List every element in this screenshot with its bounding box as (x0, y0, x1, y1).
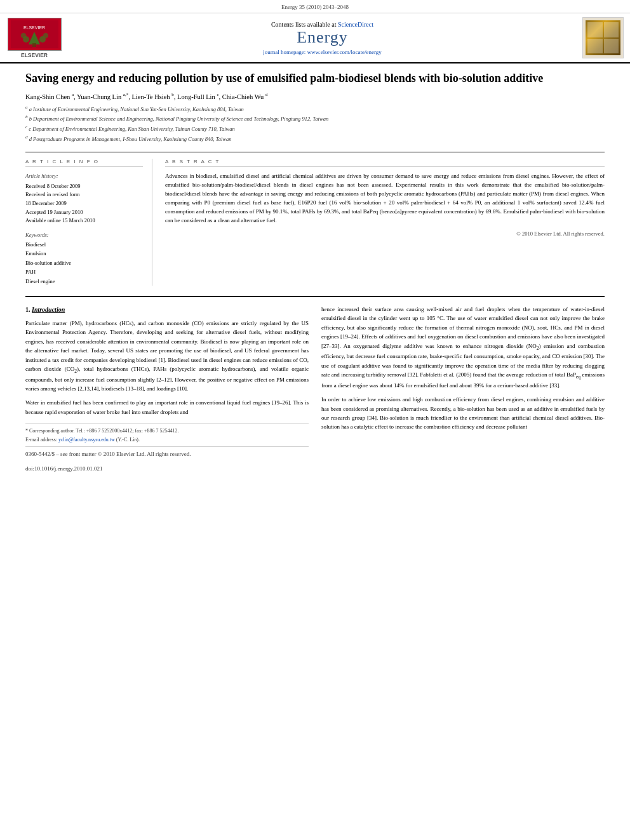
body-column-left: 1. Introduction Particulate matter (PM),… (25, 305, 309, 478)
intro-col2-para-2: In order to achieve low emissions and hi… (321, 395, 605, 432)
abstract-column: A B S T R A C T Advances in biodiesel, e… (165, 159, 605, 286)
elsevier-logo-svg: ELSEVIER (11, 20, 58, 48)
affiliation-a-text: a Institute of Environmental Engineering… (29, 106, 244, 112)
affiliation-d-text: d Postgraduate Programs in Management, I… (29, 135, 232, 142)
history-revised-date: 18 December 2009 (25, 199, 143, 208)
elsevier-logo-area: ELSEVIER ELSEVIER (6, 18, 62, 58)
issn-text: 0360-5442/$ – see front matter © 2010 El… (25, 450, 309, 458)
affiliation-d: d d Postgraduate Programs in Management,… (25, 134, 605, 143)
history-online: Available online 15 March 2010 (25, 217, 143, 225)
svg-rect-3 (32, 43, 36, 47)
article-content: Saving energy and reducing pollution by … (0, 63, 630, 491)
journal-homepage: journal homepage: www.elsevier.com/locat… (69, 49, 576, 55)
intro-para-1: Particulate matter (PM), hydrocarbons (H… (25, 319, 309, 394)
citation-text: Energy 35 (2010) 2043–2048 (281, 4, 349, 10)
affiliation-b: b b Department of Environmental Science … (25, 114, 605, 123)
authors-line: Kang-Shin Chen a, Yuan-Chung Lin a,*, Li… (25, 92, 605, 100)
history-label: Article history: (25, 172, 143, 181)
science-direct-link[interactable]: ScienceDirect (338, 21, 373, 28)
homepage-label: journal homepage: (263, 49, 305, 55)
svg-point-6 (21, 33, 26, 38)
history-revised-label: Received in revised form (25, 190, 143, 199)
svg-text:ELSEVIER: ELSEVIER (23, 25, 44, 30)
section-1-heading: 1. Introduction (25, 305, 309, 315)
abstract-text: Advances in biodiesel, emulsified diesel… (165, 172, 605, 225)
footnote-corresponding: * Corresponding author. Tel.: +886 7 525… (25, 427, 309, 435)
intro-col2-para-1: hence increased their surface area causi… (321, 305, 605, 390)
homepage-url[interactable]: www.elsevier.com/locate/energy (307, 49, 382, 55)
footnote-area: * Corresponding author. Tel.: +886 7 525… (25, 423, 309, 444)
keyword-3: Bio-solution additive (25, 258, 143, 267)
section-number: 1. (25, 306, 30, 313)
abstract-heading: A B S T R A C T (165, 159, 605, 167)
thumb-cell-1 (587, 22, 603, 37)
history-accepted: Accepted 19 January 2010 (25, 208, 143, 217)
article-title: Saving energy and reducing pollution by … (25, 71, 605, 86)
affiliation-b-text: b Department of Environmental Science an… (29, 116, 328, 122)
keyword-4: PAH (25, 267, 143, 276)
article-info-abstract: A R T I C L E I N F O Article history: R… (25, 152, 605, 286)
science-direct-label: Contents lists available at (271, 21, 336, 28)
elsevier-label: ELSEVIER (21, 52, 48, 58)
intro-para-2: Water in emulsified fuel has been confir… (25, 398, 309, 417)
journal-thumb-inner (586, 20, 620, 55)
journal-center: Contents lists available at ScienceDirec… (69, 21, 576, 55)
elsevier-logo-image: ELSEVIER (8, 18, 62, 51)
thumb-cell-2 (604, 22, 619, 37)
keyword-2: Emulsion (25, 249, 143, 258)
affiliation-c: c c Department of Environmental Engineer… (25, 124, 605, 133)
thumb-cell-4 (604, 39, 619, 54)
copyright-notice: © 2010 Elsevier Ltd. All rights reserved… (165, 230, 605, 237)
body-two-columns: 1. Introduction Particulate matter (PM),… (25, 305, 605, 478)
svg-point-7 (43, 33, 48, 38)
science-direct-info: Contents lists available at ScienceDirec… (69, 21, 576, 28)
body-content: 1. Introduction Particulate matter (PM),… (25, 296, 605, 478)
article-info-heading: A R T I C L E I N F O (25, 159, 143, 167)
journal-header: ELSEVIER ELSEVIER Contents lists availab… (0, 13, 630, 63)
keyword-5: Diesel engine (25, 277, 143, 286)
thumb-cell-3 (587, 39, 603, 54)
article-info-column: A R T I C L E I N F O Article history: R… (25, 159, 152, 286)
keywords-section: Keywords: Biodiesel Emulsion Bio-solutio… (25, 232, 143, 286)
body-column-right: hence increased their surface area causi… (321, 305, 605, 478)
doi-bar: 0360-5442/$ – see front matter © 2010 El… (25, 446, 309, 473)
journal-citation: Energy 35 (2010) 2043–2048 (0, 0, 630, 13)
email-link[interactable]: yclin@faculty.nsysu.edu.tw (58, 437, 115, 443)
section-title: Introduction (32, 306, 65, 313)
page-wrapper: Energy 35 (2010) 2043–2048 ELSEVIER (0, 0, 630, 491)
footnote-email: E-mail address: yclin@faculty.nsysu.edu.… (25, 436, 309, 444)
keyword-1: Biodiesel (25, 240, 143, 249)
history-received: Received 8 October 2009 (25, 182, 143, 191)
journal-thumbnail (582, 17, 624, 58)
journal-title: Energy (69, 28, 576, 47)
doi-text: doi:10.1016/j.energy.2010.01.021 (25, 464, 309, 473)
affiliation-c-text: c Department of Environmental Engineerin… (29, 126, 234, 132)
article-history: Article history: Received 8 October 2009… (25, 172, 143, 225)
affiliations: a a Institute of Environmental Engineeri… (25, 104, 605, 143)
keywords-label: Keywords: (25, 232, 143, 238)
affiliation-a: a a Institute of Environmental Engineeri… (25, 104, 605, 114)
